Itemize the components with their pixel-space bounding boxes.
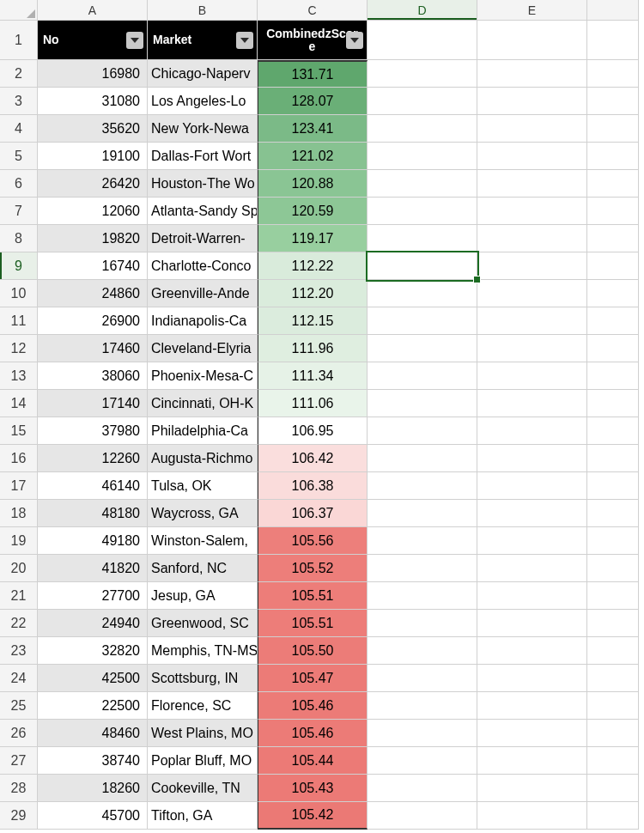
- cell-score[interactable]: 121.02: [258, 143, 368, 170]
- empty-cell[interactable]: [477, 88, 587, 115]
- empty-cell[interactable]: [368, 802, 477, 830]
- cell-score[interactable]: 105.51: [258, 610, 368, 637]
- row-header-23[interactable]: 23: [0, 637, 38, 665]
- empty-cell[interactable]: [477, 225, 587, 252]
- cell-market[interactable]: Jesup, GA: [148, 582, 258, 610]
- cell-no[interactable]: 18260: [38, 775, 148, 802]
- empty-cell[interactable]: [477, 143, 587, 170]
- empty-cell[interactable]: [477, 775, 587, 802]
- empty-cell[interactable]: [587, 21, 639, 60]
- row-header-19[interactable]: 19: [0, 527, 38, 555]
- empty-cell[interactable]: [368, 747, 477, 775]
- cell-market[interactable]: Poplar Bluff, MO: [148, 747, 258, 775]
- empty-cell[interactable]: [477, 610, 587, 637]
- row-header-10[interactable]: 10: [0, 280, 38, 307]
- empty-cell[interactable]: [477, 500, 587, 527]
- row-header-18[interactable]: 18: [0, 500, 38, 527]
- cell-market[interactable]: Cincinnati, OH-K: [148, 390, 258, 417]
- cell-no[interactable]: 32820: [38, 637, 148, 665]
- cell-score[interactable]: 112.20: [258, 280, 368, 307]
- empty-cell[interactable]: [477, 582, 587, 610]
- empty-cell[interactable]: [477, 21, 587, 60]
- cell-score[interactable]: 105.51: [258, 582, 368, 610]
- column-header-E[interactable]: E: [477, 0, 587, 21]
- empty-cell[interactable]: [587, 362, 639, 390]
- cell-no[interactable]: 17140: [38, 390, 148, 417]
- cell-no[interactable]: 22500: [38, 692, 148, 720]
- empty-cell[interactable]: [368, 555, 477, 582]
- row-header-11[interactable]: 11: [0, 307, 38, 335]
- row-header-1[interactable]: 1: [0, 21, 38, 60]
- empty-cell[interactable]: [477, 527, 587, 555]
- cell-market[interactable]: Detroit-Warren-: [148, 225, 258, 252]
- row-header-6[interactable]: 6: [0, 170, 38, 198]
- empty-cell[interactable]: [368, 88, 477, 115]
- cell-market[interactable]: Phoenix-Mesa-C: [148, 362, 258, 390]
- cell-market[interactable]: Philadelphia-Ca: [148, 417, 258, 445]
- empty-cell[interactable]: [368, 115, 477, 143]
- cell-no[interactable]: 26900: [38, 307, 148, 335]
- cell-score[interactable]: 120.88: [258, 170, 368, 198]
- cell-market[interactable]: Chicago-Naperv: [148, 60, 258, 88]
- column-header-D[interactable]: D: [368, 0, 477, 21]
- empty-cell[interactable]: [477, 555, 587, 582]
- cell-no[interactable]: 16740: [38, 252, 148, 280]
- empty-cell[interactable]: [477, 390, 587, 417]
- empty-cell[interactable]: [477, 637, 587, 665]
- cell-no[interactable]: 16980: [38, 60, 148, 88]
- empty-cell[interactable]: [587, 170, 639, 198]
- empty-cell[interactable]: [587, 252, 639, 280]
- cell-market[interactable]: Cleveland-Elyria: [148, 335, 258, 362]
- empty-cell[interactable]: [368, 692, 477, 720]
- cell-no[interactable]: 27700: [38, 582, 148, 610]
- cell-score[interactable]: 111.96: [258, 335, 368, 362]
- empty-cell[interactable]: [477, 417, 587, 445]
- empty-cell[interactable]: [368, 143, 477, 170]
- empty-cell[interactable]: [368, 225, 477, 252]
- filter-dropdown-icon[interactable]: [236, 32, 253, 49]
- column-header-A[interactable]: A: [38, 0, 148, 21]
- empty-cell[interactable]: [587, 692, 639, 720]
- empty-cell[interactable]: [587, 775, 639, 802]
- cell-score[interactable]: 112.22: [258, 252, 368, 280]
- empty-cell[interactable]: [368, 198, 477, 225]
- empty-cell[interactable]: [368, 252, 477, 280]
- filter-dropdown-icon[interactable]: [126, 32, 143, 49]
- cell-no[interactable]: 37980: [38, 417, 148, 445]
- cell-market[interactable]: Greenville-Ande: [148, 280, 258, 307]
- empty-cell[interactable]: [368, 335, 477, 362]
- empty-cell[interactable]: [587, 60, 639, 88]
- cell-score[interactable]: 105.56: [258, 527, 368, 555]
- cell-market[interactable]: Tifton, GA: [148, 802, 258, 830]
- empty-cell[interactable]: [587, 720, 639, 747]
- empty-cell[interactable]: [477, 280, 587, 307]
- empty-cell[interactable]: [477, 115, 587, 143]
- column-header-blank[interactable]: [587, 0, 639, 21]
- empty-cell[interactable]: [587, 225, 639, 252]
- empty-cell[interactable]: [587, 390, 639, 417]
- empty-cell[interactable]: [477, 747, 587, 775]
- cell-market[interactable]: Cookeville, TN: [148, 775, 258, 802]
- spreadsheet-grid[interactable]: ABCDE1NoMarketCombinedzScore216980Chicag…: [0, 0, 644, 830]
- cell-market[interactable]: Scottsburg, IN: [148, 665, 258, 692]
- empty-cell[interactable]: [368, 390, 477, 417]
- cell-market[interactable]: Greenwood, SC: [148, 610, 258, 637]
- cell-market[interactable]: Charlotte-Conco: [148, 252, 258, 280]
- cell-market[interactable]: West Plains, MO: [148, 720, 258, 747]
- cell-market[interactable]: Dallas-Fort Wort: [148, 143, 258, 170]
- cell-no[interactable]: 19820: [38, 225, 148, 252]
- empty-cell[interactable]: [587, 500, 639, 527]
- cell-market[interactable]: New York-Newa: [148, 115, 258, 143]
- empty-cell[interactable]: [587, 665, 639, 692]
- column-header-B[interactable]: B: [148, 0, 258, 21]
- empty-cell[interactable]: [587, 445, 639, 472]
- empty-cell[interactable]: [368, 445, 477, 472]
- cell-no[interactable]: 48460: [38, 720, 148, 747]
- select-all-corner[interactable]: [0, 0, 38, 21]
- cell-market[interactable]: Atlanta-Sandy Sp: [148, 198, 258, 225]
- row-header-7[interactable]: 7: [0, 198, 38, 225]
- empty-cell[interactable]: [368, 170, 477, 198]
- row-header-28[interactable]: 28: [0, 775, 38, 802]
- cell-no[interactable]: 41820: [38, 555, 148, 582]
- cell-no[interactable]: 17460: [38, 335, 148, 362]
